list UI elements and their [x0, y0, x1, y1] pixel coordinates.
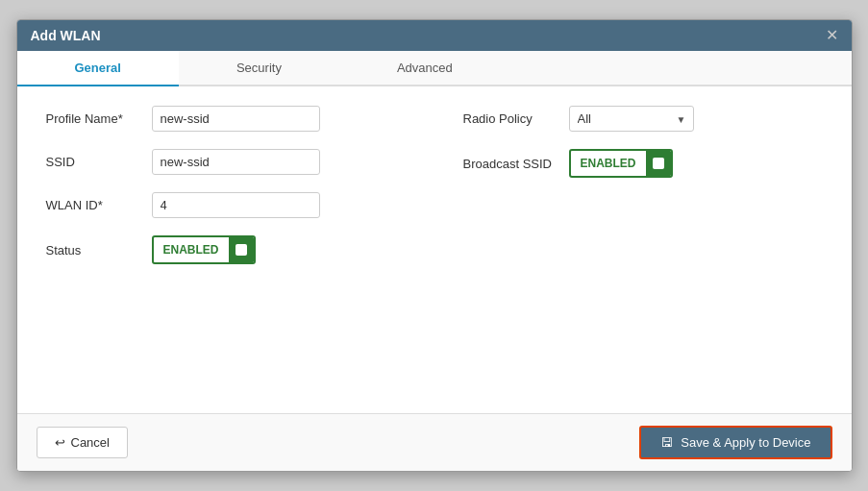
- tab-general[interactable]: General: [17, 51, 179, 86]
- tab-advanced[interactable]: Advanced: [339, 51, 510, 86]
- cancel-label: Cancel: [71, 435, 110, 450]
- broadcast-ssid-toggle[interactable]: ENABLED: [569, 149, 673, 178]
- dialog-header: Add WLAN ✕: [17, 20, 852, 51]
- broadcast-ssid-label: Broadcast SSID: [463, 157, 569, 171]
- dialog-footer: ↩ Cancel 🖫 Save & Apply to Device: [17, 413, 852, 471]
- ssid-label: SSID: [46, 155, 152, 169]
- broadcast-ssid-row: Broadcast SSID ENABLED: [463, 149, 823, 178]
- profile-name-row: Profile Name*: [46, 106, 406, 132]
- status-toggle[interactable]: ENABLED: [152, 235, 256, 264]
- save-icon: 🖫: [660, 435, 673, 450]
- status-toggle-label: ENABLED: [154, 239, 229, 260]
- save-label: Save & Apply to Device: [681, 435, 810, 450]
- save-apply-button[interactable]: 🖫 Save & Apply to Device: [639, 426, 831, 459]
- broadcast-ssid-toggle-label: ENABLED: [571, 153, 646, 174]
- ssid-input[interactable]: [152, 149, 320, 175]
- form-left: Profile Name* SSID WLAN ID* Status ENABL…: [46, 106, 406, 282]
- wlan-id-label: WLAN ID*: [46, 198, 152, 212]
- radio-policy-select[interactable]: All 2.4 GHz 5 GHz: [569, 106, 694, 132]
- tab-bar: General Security Advanced: [17, 51, 852, 86]
- ssid-row: SSID: [46, 149, 406, 175]
- close-button[interactable]: ✕: [826, 28, 838, 43]
- tab-security[interactable]: Security: [179, 51, 339, 86]
- broadcast-ssid-toggle-switch: [646, 151, 671, 176]
- profile-name-label: Profile Name*: [46, 111, 152, 126]
- wlan-id-row: WLAN ID*: [46, 192, 406, 218]
- undo-icon: ↩: [55, 435, 65, 450]
- wlan-id-input[interactable]: [152, 192, 320, 218]
- radio-policy-select-wrap: All 2.4 GHz 5 GHz ▼: [569, 106, 694, 132]
- form-section: Profile Name* SSID WLAN ID* Status ENABL…: [46, 106, 823, 282]
- status-toggle-switch: [229, 237, 254, 262]
- status-label: Status: [46, 243, 152, 258]
- form-right: Radio Policy All 2.4 GHz 5 GHz ▼ Broadca…: [463, 106, 823, 282]
- dialog-body: Profile Name* SSID WLAN ID* Status ENABL…: [17, 86, 852, 413]
- add-wlan-dialog: Add WLAN ✕ General Security Advanced Pro…: [16, 19, 853, 472]
- status-row: Status ENABLED: [46, 235, 406, 264]
- radio-policy-label: Radio Policy: [463, 111, 569, 126]
- radio-policy-row: Radio Policy All 2.4 GHz 5 GHz ▼: [463, 106, 823, 132]
- profile-name-input[interactable]: [152, 106, 320, 132]
- cancel-button[interactable]: ↩ Cancel: [37, 427, 128, 458]
- dialog-title: Add WLAN: [31, 28, 101, 43]
